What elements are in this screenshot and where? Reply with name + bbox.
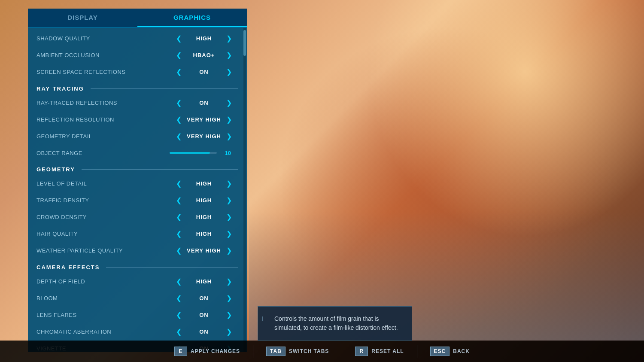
weather-particle-quality-right[interactable]: ❯ [225,246,234,256]
lens-flares-left[interactable]: ❮ [174,310,183,320]
geometry-detail-left[interactable]: ❮ [174,131,183,141]
shadow-quality-value: HIGH [187,35,221,42]
depth-of-field-control: ❮ HIGH ❯ [170,277,238,286]
reset-all-action: R RESET ALL [355,347,404,356]
object-range-value: 10 [220,150,231,156]
traffic-density-control: ❮ HIGH ❯ [170,195,238,205]
traffic-density-label: TRAFFIC DENSITY [36,197,170,204]
reset-all-label: RESET ALL [371,348,404,354]
level-of-detail-control: ❮ HIGH ❯ [170,179,238,189]
shadow-quality-right[interactable]: ❯ [225,33,234,43]
reflection-resolution-right[interactable]: ❯ [225,115,234,125]
screen-space-reflections-control: ❮ ON ❯ [170,67,238,77]
chromatic-aberration-value: ON [187,329,221,335]
apply-changes-label: APPLY CHANGES [191,348,240,354]
chromatic-aberration-label: CHROMATIC ABERRATION [36,329,170,335]
bottom-bar: E APPLY CHANGES TAB SWITCH TABS R RESET … [0,341,644,362]
lens-flares-right[interactable]: ❯ [225,310,234,320]
scrollbar[interactable] [243,28,246,352]
reset-all-key: R [355,347,368,356]
bloom-value: ON [187,295,221,301]
tab-display[interactable]: DISPLAY [28,9,137,27]
ambient-occlusion-left[interactable]: ❮ [174,50,183,60]
hair-quality-right[interactable]: ❯ [225,229,234,239]
crowd-density-row: CROWD DENSITY ❮ HIGH ❯ [28,209,247,225]
crowd-density-right[interactable]: ❯ [225,212,234,222]
chromatic-aberration-control: ❮ ON ❯ [170,327,238,337]
level-of-detail-right[interactable]: ❯ [225,179,234,189]
ray-traced-reflections-control: ❮ ON ❯ [170,98,238,108]
screen-space-reflections-row: SCREEN SPACE REFLECTIONS ❮ ON ❯ [28,64,247,80]
ambient-occlusion-value: HBAO+ [187,52,221,58]
geometry-detail-right[interactable]: ❯ [225,131,234,141]
depth-of-field-right[interactable]: ❯ [225,277,234,286]
settings-panel: DISPLAY GRAPHICS SHADOW QUALITY ❮ HIGH ❯… [28,9,247,352]
depth-of-field-left[interactable]: ❮ [174,277,183,286]
object-range-control: 10 [170,150,238,156]
tab-graphics[interactable]: GRAPHICS [137,9,247,27]
object-range-row: OBJECT RANGE 10 [28,145,247,161]
bloom-right[interactable]: ❯ [225,293,234,303]
chromatic-aberration-right[interactable]: ❯ [225,327,234,337]
reflection-resolution-control: ❮ VERY HIGH ❯ [170,115,238,125]
shadow-quality-left[interactable]: ❮ [174,33,183,43]
object-range-fill [170,152,210,154]
screen-space-reflections-label: SCREEN SPACE REFLECTIONS [36,69,170,75]
back-label: BACK [453,348,470,354]
chromatic-aberration-left[interactable]: ❮ [174,327,183,337]
scroll-thumb[interactable] [243,30,246,56]
divider-2 [342,345,342,358]
reflection-resolution-value: VERY HIGH [187,116,221,123]
depth-of-field-row: DEPTH OF FIELD ❮ HIGH ❯ [28,273,247,290]
level-of-detail-label: LEVEL OF DETAIL [36,180,170,187]
ray-traced-reflections-right[interactable]: ❯ [225,98,234,108]
settings-content: SHADOW QUALITY ❮ HIGH ❯ AMBIENT OCCLUSIO… [28,28,247,352]
ray-traced-reflections-row: RAY-TRACED REFLECTIONS ❮ ON ❯ [28,94,247,111]
ambient-occlusion-right[interactable]: ❯ [225,50,234,60]
traffic-density-right[interactable]: ❯ [225,195,234,205]
traffic-density-value: HIGH [187,197,221,204]
bloom-left[interactable]: ❮ [174,293,183,303]
camera-effects-header: CAMERA EFFECTS [28,259,247,273]
object-range-track[interactable] [170,152,217,154]
switch-tabs-label: SWITCH TABS [289,348,329,354]
level-of-detail-value: HIGH [187,180,221,187]
level-of-detail-left[interactable]: ❮ [174,179,183,189]
screen-space-reflections-right[interactable]: ❯ [225,67,234,77]
reflection-resolution-row: REFLECTION RESOLUTION ❮ VERY HIGH ❯ [28,111,247,128]
level-of-detail-row: LEVEL OF DETAIL ❮ HIGH ❯ [28,175,247,192]
lens-flares-row: LENS FLARES ❮ ON ❯ [28,307,247,323]
hair-quality-label: HAIR QUALITY [36,231,170,237]
bloom-row: BLOOM ❮ ON ❯ [28,290,247,307]
reflection-resolution-left[interactable]: ❮ [174,115,183,125]
object-range-label: OBJECT RANGE [36,150,170,156]
traffic-density-left[interactable]: ❮ [174,195,183,205]
screen-space-reflections-value: ON [187,69,221,75]
ambient-occlusion-control: ❮ HBAO+ ❯ [170,50,238,60]
hair-quality-value: HIGH [187,231,221,237]
geometry-detail-row: GEOMETRY DETAIL ❮ VERY HIGH ❯ [28,128,247,145]
shadow-quality-label: SHADOW QUALITY [36,35,170,42]
weather-particle-quality-left[interactable]: ❮ [174,246,183,256]
shadow-quality-row: SHADOW QUALITY ❮ HIGH ❯ [28,30,247,47]
lens-flares-label: LENS FLARES [36,312,170,318]
weather-particle-quality-control: ❮ VERY HIGH ❯ [170,246,238,256]
crowd-density-left[interactable]: ❮ [174,212,183,222]
ray-traced-reflections-left[interactable]: ❮ [174,98,183,108]
bloom-label: BLOOM [36,295,170,301]
screen-space-reflections-left[interactable]: ❮ [174,67,183,77]
depth-of-field-label: DEPTH OF FIELD [36,278,170,285]
switch-tabs-key: TAB [266,347,286,356]
ambient-occlusion-label: AMBIENT OCCLUSION [36,52,170,58]
geometry-detail-control: ❮ VERY HIGH ❯ [170,131,238,141]
crowd-density-control: ❮ HIGH ❯ [170,212,238,222]
chromatic-aberration-row: CHROMATIC ABERRATION ❮ ON ❯ [28,323,247,340]
settings-inner: SHADOW QUALITY ❮ HIGH ❯ AMBIENT OCCLUSIO… [28,28,247,352]
ambient-occlusion-row: AMBIENT OCCLUSION ❮ HBAO+ ❯ [28,47,247,64]
tooltip-text: Controls the amount of film grain that i… [267,314,403,332]
shadow-quality-control: ❮ HIGH ❯ [170,33,238,43]
hair-quality-left[interactable]: ❮ [174,229,183,239]
divider-3 [417,345,417,358]
back-action: ESC BACK [430,347,470,356]
ray-traced-reflections-value: ON [187,100,221,106]
